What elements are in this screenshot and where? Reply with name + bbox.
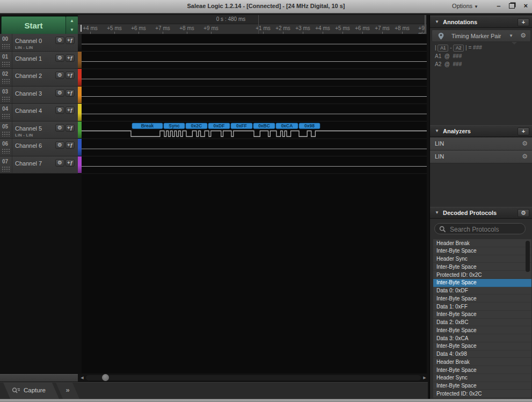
channel-drag-handle[interactable] bbox=[2, 148, 10, 154]
timeline-ruler[interactable]: 0 s : 480 ms +4 ms+5 ms+6 ms+7 ms+8 ms+9… bbox=[78, 15, 427, 34]
analyzers-header[interactable]: ▼ Analyzers + bbox=[430, 125, 532, 137]
analyzers-title: Analyzers bbox=[443, 128, 471, 134]
channel-drag-handle[interactable] bbox=[2, 166, 10, 171]
channel-row: 05Channel 5LIN - LIN⚙+ƒ bbox=[0, 121, 78, 139]
scroll-track[interactable] bbox=[86, 375, 421, 381]
down-arrow-icon[interactable]: ▼ bbox=[70, 28, 74, 32]
timing-marker-pair-row[interactable]: Timing Marker Pair ▼ ⚙ bbox=[432, 30, 531, 42]
analyzer-item[interactable]: LIN⚙ bbox=[430, 150, 532, 163]
protocol-list-item[interactable]: Inter-Byte Space bbox=[433, 311, 531, 319]
protocol-list-item[interactable]: Data 2: 0xBC bbox=[433, 319, 531, 327]
window-bottom-edge bbox=[0, 399, 532, 402]
add-measurement-button[interactable]: +ƒ bbox=[65, 89, 75, 97]
channel-row: 00Channel 0LIN - LIN⚙+ƒ bbox=[0, 34, 78, 52]
ruler-tick-label: +2 ms bbox=[275, 25, 290, 31]
channel-number: 03 bbox=[2, 89, 8, 95]
capture-tab[interactable]: Capture bbox=[3, 383, 59, 399]
decode-bubble-label: 0xBC bbox=[258, 123, 270, 128]
add-measurement-button[interactable]: +ƒ bbox=[65, 54, 75, 62]
channel-settings-button[interactable]: ⚙ bbox=[55, 37, 64, 44]
channel-drag-handle[interactable] bbox=[2, 96, 10, 102]
channel-color-swatch bbox=[78, 156, 82, 174]
collapse-icon[interactable]: ▼ bbox=[435, 19, 439, 24]
minimize-button[interactable]: – bbox=[497, 2, 500, 10]
marker-delta-line: | A1 - A2 | = ### bbox=[435, 45, 482, 52]
ruler-tick-label: +6 ms bbox=[355, 25, 370, 31]
marker-dropdown-icon[interactable]: ▼ bbox=[509, 33, 513, 38]
marker-settings-icon[interactable]: ⚙ bbox=[520, 32, 526, 39]
channel-drag-handle[interactable] bbox=[2, 78, 10, 84]
protocol-list-item[interactable]: Data 3: 0xCA bbox=[433, 334, 531, 342]
start-options-stepper[interactable]: ▲ ▼ bbox=[65, 16, 78, 35]
scroll-thumb[interactable] bbox=[102, 374, 109, 381]
ruler-ticks: +4 ms+5 ms+6 ms+7 ms+8 ms+9 ms+1 ms+2 ms… bbox=[78, 24, 427, 34]
up-arrow-icon[interactable]: ▲ bbox=[70, 19, 74, 23]
close-button[interactable]: × bbox=[523, 2, 528, 10]
add-measurement-button[interactable]: +ƒ bbox=[65, 141, 75, 149]
analyzer-name: LIN bbox=[435, 153, 444, 160]
protocol-list-item[interactable]: Header Sync bbox=[433, 374, 531, 382]
channel-settings-button[interactable]: ⚙ bbox=[55, 124, 64, 132]
protocol-list-item[interactable]: Header Break bbox=[433, 239, 531, 247]
protocol-list-item[interactable]: Protected ID: 0x2C bbox=[433, 271, 531, 279]
protocol-list-item[interactable]: Inter-Byte Space bbox=[433, 342, 531, 350]
channel-drag-handle[interactable] bbox=[2, 113, 10, 119]
options-menu[interactable]: Options ▼ bbox=[452, 3, 478, 9]
channel-settings-button[interactable]: ⚙ bbox=[55, 54, 64, 62]
scroll-left-button[interactable]: ◀ bbox=[79, 375, 85, 381]
waveform-canvas[interactable]: BreakSync0x2C0xDF0xFF0xBC0xCA0x98 bbox=[82, 34, 427, 374]
protocol-search[interactable] bbox=[434, 223, 526, 234]
decoded-settings-button[interactable]: ⚙ bbox=[518, 209, 529, 217]
scroll-right-button[interactable]: ▶ bbox=[421, 375, 428, 381]
protocol-list-item[interactable]: Protected ID: 0x2C bbox=[433, 390, 531, 398]
add-measurement-button[interactable]: +ƒ bbox=[65, 159, 75, 167]
protocol-list-item[interactable]: Data 4: 0x98 bbox=[433, 350, 531, 358]
protocol-list-item[interactable]: Inter-Byte Space bbox=[433, 326, 531, 334]
collapse-icon[interactable]: ▼ bbox=[435, 128, 439, 133]
channel-number: 05 bbox=[2, 124, 8, 130]
decode-bubble-label: Break bbox=[141, 123, 154, 128]
add-annotation-button[interactable]: + bbox=[518, 18, 529, 26]
add-measurement-button[interactable]: +ƒ bbox=[65, 124, 75, 132]
horizontal-scrollbar: ◀ ▶ bbox=[0, 374, 428, 382]
protocol-list-item[interactable]: Inter-Byte Space bbox=[433, 295, 531, 303]
protocol-list-item[interactable]: Inter-Byte Space bbox=[433, 279, 531, 287]
label-scroll-track[interactable] bbox=[0, 374, 78, 382]
protocol-list-item[interactable]: Inter-Byte Space bbox=[433, 263, 531, 271]
decode-bubble-label: 0x2C bbox=[191, 123, 202, 128]
protocol-list-item[interactable]: Header Sync bbox=[433, 255, 531, 263]
analyzer-settings-icon[interactable]: ⚙ bbox=[522, 153, 528, 160]
protocol-list-item[interactable]: Data 0: 0xDF bbox=[433, 287, 531, 295]
add-measurement-button[interactable]: +ƒ bbox=[65, 106, 75, 114]
channel-settings-button[interactable]: ⚙ bbox=[55, 106, 64, 114]
protocol-list-scrollbar[interactable] bbox=[526, 241, 530, 272]
more-tabs-button[interactable]: » bbox=[56, 383, 79, 399]
channel-settings-button[interactable]: ⚙ bbox=[55, 89, 64, 97]
collapse-icon[interactable]: ▼ bbox=[435, 210, 439, 215]
add-measurement-button[interactable]: +ƒ bbox=[65, 37, 75, 44]
channel-settings-button[interactable]: ⚙ bbox=[55, 159, 64, 167]
protocol-list-item[interactable]: Header Break bbox=[433, 358, 531, 366]
channel-settings-button[interactable]: ⚙ bbox=[55, 141, 64, 149]
decoded-protocols-header[interactable]: ▼ Decoded Protocols ⚙ bbox=[430, 207, 532, 219]
ruler-tick-label: +9 ms bbox=[203, 25, 218, 31]
protocol-search-input[interactable] bbox=[449, 225, 523, 234]
channel-settings-button[interactable]: ⚙ bbox=[55, 71, 64, 79]
protocol-list-item[interactable]: Inter-Byte Space bbox=[433, 247, 531, 255]
channel-drag-handle[interactable] bbox=[2, 131, 10, 137]
restore-button[interactable] bbox=[509, 3, 515, 9]
channel-name: Channel 1 bbox=[15, 55, 42, 62]
analyzer-settings-icon[interactable]: ⚙ bbox=[522, 140, 528, 147]
search-icon bbox=[439, 226, 446, 233]
add-analyzer-button[interactable]: + bbox=[518, 127, 529, 135]
protocol-list-item[interactable]: Inter-Byte Space bbox=[433, 382, 531, 390]
analyzer-item[interactable]: LIN⚙ bbox=[430, 138, 532, 150]
channel-drag-handle[interactable] bbox=[2, 44, 10, 49]
marker-a1-line: A1 @ ### bbox=[435, 53, 462, 59]
annotations-header[interactable]: ▼ Annotations + bbox=[430, 16, 532, 28]
protocol-list-item[interactable]: Inter-Byte Space bbox=[433, 366, 531, 374]
channel-drag-handle[interactable] bbox=[2, 61, 10, 67]
start-button[interactable]: Start bbox=[1, 16, 66, 35]
add-measurement-button[interactable]: +ƒ bbox=[65, 71, 75, 79]
protocol-list-item[interactable]: Data 1: 0xFF bbox=[433, 303, 531, 311]
